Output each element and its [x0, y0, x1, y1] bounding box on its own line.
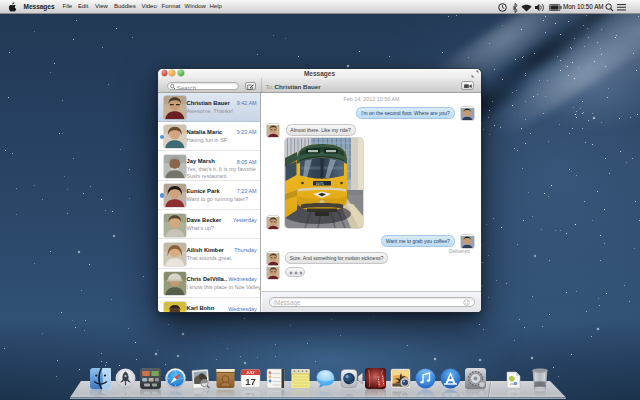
svg-text:JULY: JULY: [246, 371, 255, 375]
svg-text:17: 17: [245, 376, 256, 387]
svg-text:1071: 1071: [316, 182, 324, 186]
